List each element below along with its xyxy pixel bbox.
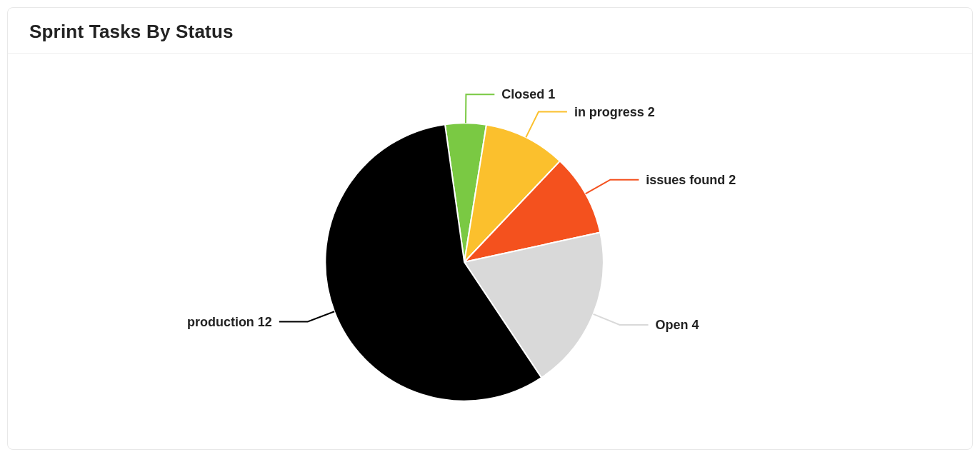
card-header: Sprint Tasks By Status bbox=[8, 8, 972, 54]
card-title: Sprint Tasks By Status bbox=[29, 21, 951, 43]
sprint-tasks-card: Sprint Tasks By Status Closed 1in progre… bbox=[7, 7, 973, 450]
leader-line bbox=[279, 311, 334, 321]
slice-label: production 12 bbox=[187, 315, 272, 329]
slice-label: issues found 2 bbox=[646, 173, 736, 187]
leader-line bbox=[594, 314, 649, 325]
pie-chart: Closed 1in progress 2issues found 2Open … bbox=[8, 54, 972, 449]
slice-label: Closed 1 bbox=[501, 87, 555, 101]
leader-line bbox=[526, 112, 567, 138]
leader-line bbox=[586, 180, 639, 194]
chart-area: Closed 1in progress 2issues found 2Open … bbox=[8, 54, 972, 449]
leader-line bbox=[466, 94, 494, 123]
slice-label: Open 4 bbox=[656, 318, 699, 332]
slice-label: in progress 2 bbox=[574, 105, 655, 119]
